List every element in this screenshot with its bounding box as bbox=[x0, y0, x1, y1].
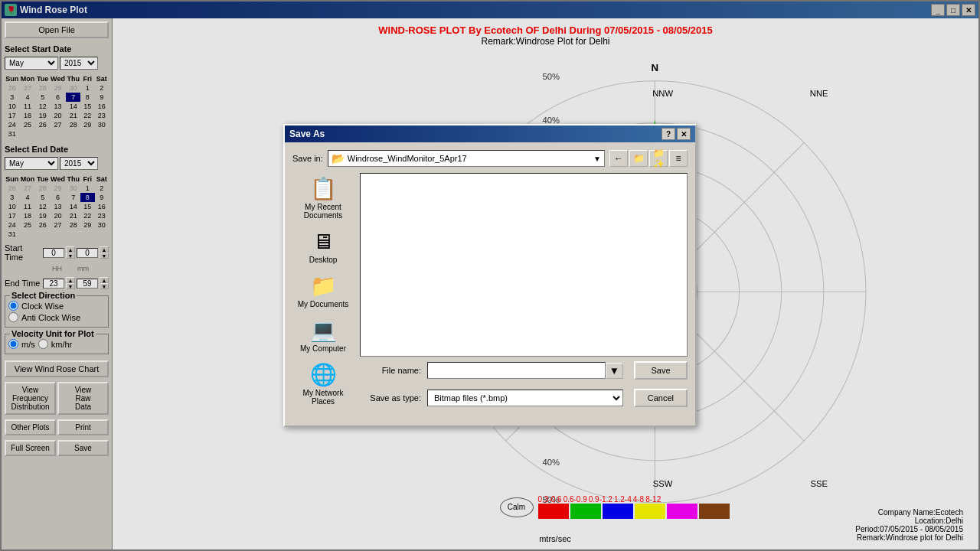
file-name-row: File name: ▼ Save bbox=[360, 361, 688, 380]
save-in-arrow: ▼ bbox=[593, 155, 601, 163]
view-toggle-button[interactable]: ≡ bbox=[669, 150, 688, 167]
my-computer-icon: 💻 bbox=[310, 318, 337, 343]
sidebar-my-documents[interactable]: 📁 My Documents bbox=[292, 270, 354, 311]
dialog-cancel-button[interactable]: Cancel bbox=[634, 389, 688, 407]
file-list-area bbox=[360, 173, 688, 357]
sidebar-my-computer[interactable]: 💻 My Computer bbox=[292, 315, 354, 356]
sidebar-recent-docs[interactable]: 📋 My Recent Documents bbox=[292, 173, 354, 223]
save-as-type-input-wrapper: Bitmap files (*.bmp) bbox=[427, 390, 623, 406]
recent-docs-icon: 📋 bbox=[310, 176, 337, 201]
dialog-close-button[interactable]: ✕ bbox=[677, 128, 691, 140]
dialog-body: Save in: 📂 Windrose_WindMonitor_5Apr17 ▼… bbox=[285, 142, 695, 425]
save-as-type-row: Save as type: Bitmap files (*.bmp) Cance… bbox=[360, 389, 688, 407]
file-name-label: File name: bbox=[360, 366, 421, 375]
sidebar-network-places[interactable]: 🌐 My Network Places bbox=[292, 359, 354, 409]
create-folder-button[interactable]: 📁✨ bbox=[649, 150, 668, 167]
save-in-row: Save in: 📂 Windrose_WindMonitor_5Apr17 ▼… bbox=[292, 150, 688, 167]
nav-back-button[interactable]: ← bbox=[609, 150, 628, 167]
folder-icon: 📂 bbox=[332, 152, 345, 165]
desktop-icon: 🖥 bbox=[312, 229, 334, 254]
save-as-type-label: Save as type: bbox=[360, 393, 421, 403]
save-dialog: Save As ? ✕ Save in: 📂 Windrose_WindMoni… bbox=[283, 124, 697, 427]
desktop-label: Desktop bbox=[309, 256, 338, 264]
nav-up-button[interactable]: 📁 bbox=[629, 150, 648, 167]
toolbar-icons: ← 📁 📁✨ ≡ bbox=[609, 150, 688, 167]
recent-docs-label: My Recent Documents bbox=[296, 203, 351, 220]
my-documents-icon: 📁 bbox=[310, 273, 337, 298]
save-in-text: Windrose_WindMonitor_5Apr17 bbox=[348, 154, 593, 163]
sidebar-desktop[interactable]: 🖥 Desktop bbox=[292, 226, 354, 267]
my-documents-label: My Documents bbox=[298, 300, 349, 308]
dialog-sidebar: 📋 My Recent Documents 🖥 Desktop 📁 My Doc… bbox=[292, 173, 354, 412]
dialog-content-area: 📋 My Recent Documents 🖥 Desktop 📁 My Doc… bbox=[292, 173, 688, 412]
dialog-help-button[interactable]: ? bbox=[662, 128, 675, 140]
dialog-title-bar: Save As ? ✕ bbox=[285, 126, 695, 142]
dialog-title-text: Save As bbox=[289, 129, 662, 139]
modal-overlay: Save As ? ✕ Save in: 📂 Windrose_WindMoni… bbox=[0, 0, 980, 551]
save-in-label: Save in: bbox=[292, 154, 323, 163]
file-name-dropdown-button[interactable]: ▼ bbox=[606, 363, 623, 379]
my-computer-label: My Computer bbox=[300, 344, 346, 353]
save-in-select[interactable]: 📂 Windrose_WindMonitor_5Apr17 ▼ bbox=[328, 150, 605, 167]
network-places-label: My Network Places bbox=[296, 389, 351, 406]
file-name-input-wrapper: ▼ bbox=[427, 362, 623, 379]
dialog-save-button[interactable]: Save bbox=[634, 361, 688, 380]
network-places-icon: 🌐 bbox=[310, 362, 337, 387]
file-name-input[interactable] bbox=[427, 362, 606, 379]
save-as-type-select[interactable]: Bitmap files (*.bmp) bbox=[427, 390, 623, 406]
